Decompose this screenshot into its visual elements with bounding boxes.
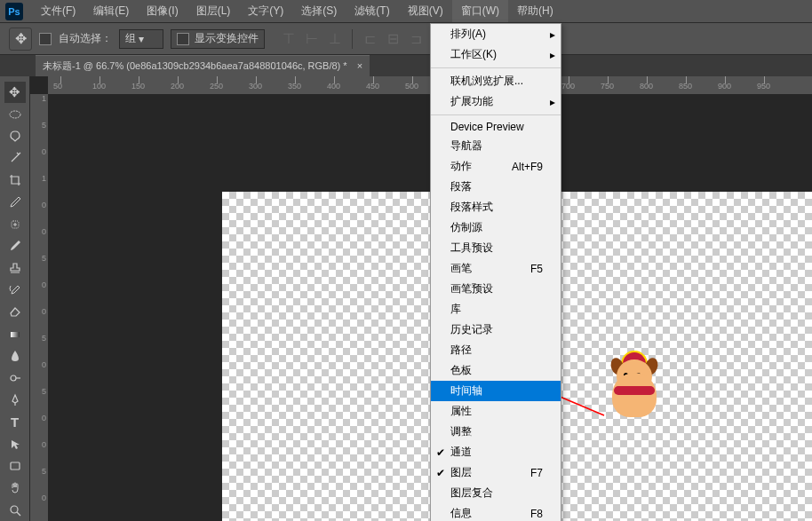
close-tab-icon[interactable]: ×: [357, 60, 362, 71]
menu-edit[interactable]: 编辑(E): [84, 0, 138, 22]
hand-tool[interactable]: [4, 478, 26, 499]
menu-view[interactable]: 视图(V): [399, 0, 452, 22]
menu-item-色板[interactable]: 色板: [431, 360, 561, 381]
menu-window[interactable]: 窗口(W): [452, 0, 508, 22]
menu-item-联机浏览扩展...[interactable]: 联机浏览扩展...: [431, 71, 561, 91]
vertical-ruler: 1501005005050050: [30, 94, 48, 521]
menu-item-段落[interactable]: 段落: [431, 177, 561, 197]
svg-rect-2: [11, 332, 20, 337]
move-tool-icon[interactable]: ✥: [9, 28, 32, 51]
menu-item-扩展功能[interactable]: 扩展功能▸: [431, 91, 561, 112]
auto-select-checkbox[interactable]: [39, 33, 52, 45]
menu-image[interactable]: 图像(I): [138, 0, 187, 22]
healing-tool[interactable]: [4, 214, 26, 235]
menu-item-段落样式[interactable]: 段落样式: [431, 197, 561, 217]
menu-item-调整[interactable]: 调整: [431, 422, 561, 442]
workspace: ✥ T 501001502002503003504004505005506006…: [0, 76, 812, 521]
svg-point-3: [11, 375, 16, 381]
menu-item-通道[interactable]: ✔通道: [431, 442, 561, 462]
eyedropper-tool[interactable]: [4, 192, 26, 213]
options-bar: ✥ 自动选择： 组 ▾ 显示变换控件 ⊤ ⊢ ⊥ ⊏ ⊟ ⊐ ⫴ ⫵ ▯▯: [0, 23, 812, 55]
toolbox: ✥ T: [0, 76, 30, 521]
dog-graphic: [608, 355, 661, 426]
align-top-icon[interactable]: ⊤: [279, 29, 299, 49]
menu-item-画笔[interactable]: 画笔F5: [431, 258, 561, 279]
menu-item-画笔预设[interactable]: 画笔预设: [431, 279, 561, 299]
menu-filter[interactable]: 滤镜(T): [346, 0, 398, 22]
menu-file[interactable]: 文件(F): [32, 0, 84, 22]
transform-checkbox[interactable]: [177, 33, 189, 45]
transform-controls-option[interactable]: 显示变换控件: [171, 29, 265, 49]
menu-item-工具预设[interactable]: 工具预设: [431, 238, 561, 258]
menu-item-信息[interactable]: 信息F8: [431, 503, 561, 521]
marquee-tool[interactable]: [4, 104, 26, 125]
brush-tool[interactable]: [4, 236, 26, 257]
menu-item-库[interactable]: 库: [431, 299, 561, 320]
document-tabs: 未标题-1 @ 66.7% (0e86a1309cb2934b6aea7a848…: [0, 55, 812, 76]
align-vcenter-icon[interactable]: ⊢: [302, 29, 322, 49]
path-selection-tool[interactable]: [4, 434, 26, 455]
blur-tool[interactable]: [4, 346, 26, 367]
menu-item-仿制源[interactable]: 仿制源: [431, 217, 561, 238]
window-dropdown-menu: 排列(A)▸工作区(K)▸联机浏览扩展...扩展功能▸Device Previe…: [430, 23, 561, 521]
eraser-tool[interactable]: [4, 302, 26, 323]
divider: [352, 29, 353, 49]
tab-title: 未标题-1 @ 66.7% (0e86a1309cb2934b6aea7a848…: [43, 60, 347, 71]
move-tool[interactable]: ✥: [4, 82, 26, 103]
magic-wand-tool[interactable]: [4, 147, 26, 169]
menu-layer[interactable]: 图层(L): [187, 0, 240, 22]
menu-item-导航器[interactable]: 导航器: [431, 136, 561, 156]
document-tab[interactable]: 未标题-1 @ 66.7% (0e86a1309cb2934b6aea7a848…: [36, 55, 370, 76]
dodge-tool[interactable]: [4, 367, 26, 389]
menu-item-Device Preview[interactable]: Device Preview: [431, 118, 561, 136]
menu-item-动作[interactable]: 动作Alt+F9: [431, 156, 561, 177]
align-left-icon[interactable]: ⊏: [360, 29, 379, 49]
menu-item-图层[interactable]: ✔图层F7: [431, 462, 561, 483]
canvas-area: 5010015020025030035040045050055060065070…: [30, 76, 812, 521]
type-tool[interactable]: T: [4, 412, 26, 433]
svg-point-5: [11, 506, 18, 513]
align-right-icon[interactable]: ⊐: [406, 29, 426, 49]
menu-item-图层复合[interactable]: 图层复合: [431, 483, 561, 503]
lasso-tool[interactable]: [4, 126, 26, 147]
history-brush-tool[interactable]: [4, 280, 26, 301]
stamp-tool[interactable]: [4, 257, 26, 279]
svg-point-0: [10, 111, 20, 118]
menubar: Ps 文件(F) 编辑(E) 图像(I) 图层(L) 文字(Y) 选择(S) 滤…: [0, 0, 812, 23]
auto-select-dropdown[interactable]: 组 ▾: [119, 29, 163, 49]
pen-tool[interactable]: [4, 390, 26, 411]
menu-select[interactable]: 选择(S): [292, 0, 346, 22]
menu-type[interactable]: 文字(Y): [239, 0, 292, 22]
align-hcenter-icon[interactable]: ⊟: [383, 29, 402, 49]
menu-item-工作区(K)[interactable]: 工作区(K)▸: [431, 44, 561, 65]
auto-select-label: 自动选择：: [59, 31, 112, 46]
shape-tool[interactable]: [4, 456, 26, 478]
zoom-tool[interactable]: [4, 500, 26, 521]
menu-item-排列(A)[interactable]: 排列(A)▸: [431, 24, 561, 44]
photoshop-logo: Ps: [5, 3, 23, 20]
menu-item-时间轴[interactable]: 时间轴: [431, 381, 561, 401]
menu-item-属性[interactable]: 属性: [431, 401, 561, 422]
gradient-tool[interactable]: [4, 324, 26, 345]
menu-help[interactable]: 帮助(H): [508, 0, 562, 22]
crop-tool[interactable]: [4, 170, 26, 191]
align-bottom-icon[interactable]: ⊥: [325, 29, 345, 49]
menu-item-路径[interactable]: 路径: [431, 340, 561, 360]
svg-rect-4: [11, 462, 20, 470]
menu-item-历史记录[interactable]: 历史记录: [431, 320, 561, 340]
